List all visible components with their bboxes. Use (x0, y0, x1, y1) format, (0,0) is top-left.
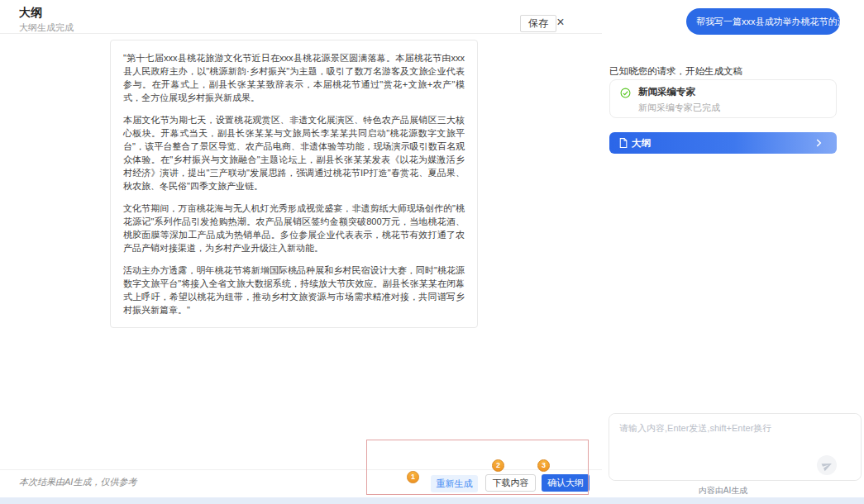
document-paragraph: 本届文化节为期七天，设置桃花观赏区、非遗文化展演区、特色农产品展销区三大核心板块… (123, 113, 465, 193)
chevron-right-icon (813, 137, 824, 149)
outline-panel-header: 大纲 大纲生成完成 保存 × (0, 0, 602, 34)
document-paragraph: 文化节期间，万亩桃花海与无人机灯光秀形成视觉盛宴，非遗剪纸大师现场创作的"桃花源… (123, 202, 465, 254)
agent-status-text: 新闻采编专家已完成 (638, 102, 720, 114)
document-paragraph: "第十七届xxx县桃花旅游文化节近日在xxx县桃花源景区圆满落幕。本届桃花节由x… (123, 51, 465, 104)
outline-bar-label: 大纲 (632, 132, 651, 154)
outline-result-bar[interactable]: 大纲 (609, 132, 837, 154)
download-content-button[interactable]: 下载内容 (485, 474, 536, 492)
document-icon (618, 137, 628, 149)
bottom-strip (0, 497, 864, 504)
ai-disclaimer-text: 本次结果由AI生成，仅供参考 (19, 476, 136, 488)
footer-divider (0, 469, 602, 470)
save-button[interactable]: 保存 (520, 15, 556, 32)
outline-document-card: "第十七届xxx县桃花旅游文化节近日在xxx县桃花源景区圆满落幕。本届桃花节由x… (110, 40, 478, 328)
assistant-status-text: 已知晓您的请求，开始生成文稿 (609, 65, 742, 78)
ai-generated-note: 内容由AI生成 (609, 485, 837, 497)
send-icon (819, 458, 833, 472)
document-paragraph: 活动主办方透露，明年桃花节将新增国际桃品种展和乡村民宿设计大赛，同时"桃花源数字… (123, 264, 465, 316)
generation-status-text: 大纲生成完成 (19, 21, 74, 34)
send-button[interactable] (817, 455, 837, 475)
agent-name: 新闻采编专家 (638, 86, 695, 98)
confirm-outline-button[interactable]: 确认大纲 (542, 474, 590, 492)
agent-task-card: 新闻采编专家 新闻采编专家已完成 (609, 79, 837, 118)
page-title: 大纲 (19, 6, 42, 21)
close-icon[interactable]: × (552, 13, 569, 31)
user-message-bubble: 帮我写一篇xxx县成功举办桃花节的消息稿 (686, 8, 840, 35)
step-badge-3: 3 (537, 459, 550, 472)
regenerate-button[interactable]: 重新生成 (431, 475, 478, 492)
step-badge-2: 2 (492, 459, 504, 472)
outline-panel: 大纲 大纲生成完成 保存 × "第十七届xxx县桃花旅游文化节近日在xxx县桃花… (0, 0, 602, 504)
step-badge-1: 1 (407, 471, 419, 483)
check-circle-icon (620, 88, 631, 98)
